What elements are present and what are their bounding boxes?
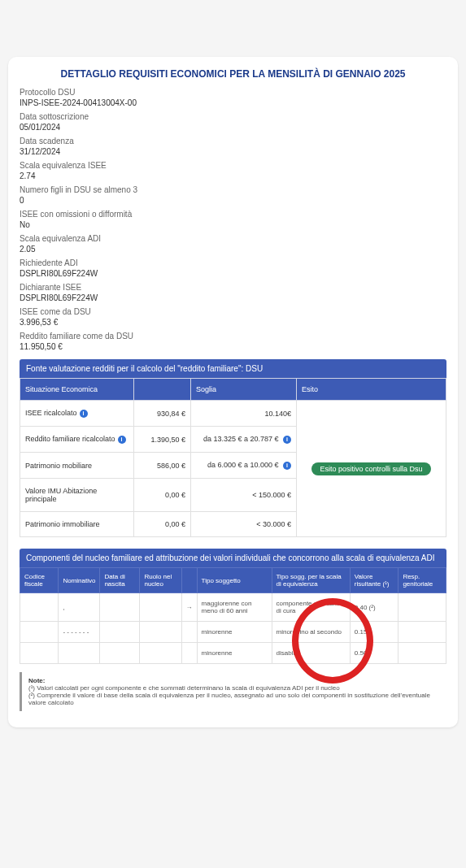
cell-soglia: da 6.000 € a 10.000 € i bbox=[191, 453, 297, 479]
col-header bbox=[181, 568, 197, 593]
col-soglia: Soglia bbox=[191, 379, 297, 401]
page-title: DETTAGLIO REQUISITI ECONOMICI PER LA MEN… bbox=[20, 68, 446, 80]
note-title: Note: bbox=[28, 677, 45, 684]
col-esito: Esito bbox=[297, 379, 446, 401]
field-value: 3.996,53 € bbox=[20, 318, 446, 327]
field-label: ISEE come da DSU bbox=[20, 307, 446, 316]
info-icon[interactable]: i bbox=[80, 410, 88, 418]
cell-name: Patrimonio mobiliare bbox=[20, 453, 134, 479]
field-label: Richiedente ADI bbox=[20, 258, 446, 267]
table-row: ,→maggiorenne con meno di 60 annicompone… bbox=[20, 593, 446, 622]
cell bbox=[140, 622, 181, 643]
cell-soglia: 10.140€ bbox=[191, 401, 297, 427]
field-value: 05/01/2024 bbox=[20, 123, 446, 132]
col-header: Tipo sogg. per la scala di equivalenza bbox=[272, 568, 350, 593]
cell bbox=[398, 622, 446, 643]
cell bbox=[59, 643, 100, 664]
cell bbox=[140, 593, 181, 622]
cell: → bbox=[181, 593, 197, 622]
field-value: DSPLRI80L69F224W bbox=[20, 293, 446, 302]
table-row: - - - - - - -minorenneminore fino al sec… bbox=[20, 622, 446, 643]
cell-name: ISEE ricalcolatoi bbox=[20, 401, 134, 427]
cell: minorenne bbox=[197, 622, 272, 643]
cell: disabile bbox=[272, 643, 350, 664]
household-table: Codice fiscaleNominativoData di nascitaR… bbox=[20, 567, 446, 664]
col-header: Nominativo bbox=[59, 568, 100, 593]
note-1: (¹) Valori calcolati per ogni componente… bbox=[28, 684, 340, 692]
field-value: DSPLRI80L69F224W bbox=[20, 269, 446, 278]
col-header: Data di nascita bbox=[100, 568, 140, 593]
field-value: 31/12/2024 bbox=[20, 147, 446, 156]
col-header: Valore risultante (¹) bbox=[350, 568, 398, 593]
cell-value: 1.390,50 € bbox=[134, 427, 191, 453]
cell bbox=[398, 643, 446, 664]
field-value: No bbox=[20, 220, 446, 229]
esito-badge: Esito positivo controlli sulla Dsu bbox=[311, 462, 430, 475]
field-label: Numero figli in DSU se almeno 3 bbox=[20, 185, 446, 194]
cell-value: 586,00 € bbox=[134, 453, 191, 479]
table2-wrap: Codice fiscaleNominativoData di nascitaR… bbox=[20, 567, 446, 664]
cell bbox=[20, 593, 59, 622]
field-label: Scala equivalenza ISEE bbox=[20, 161, 446, 170]
cell bbox=[181, 622, 197, 643]
cell bbox=[100, 622, 140, 643]
col-header: Ruolo nel nucleo bbox=[140, 568, 181, 593]
field-label: Protocollo DSU bbox=[20, 88, 446, 97]
info-icon[interactable]: i bbox=[118, 436, 126, 444]
cell: 0.15 bbox=[350, 622, 398, 643]
table-row: minorennedisabile0.50 bbox=[20, 643, 446, 664]
cell: maggiorenne con meno di 60 anni bbox=[197, 593, 272, 622]
cell: componente con carico di cura bbox=[272, 593, 350, 622]
economic-table: Situazione Economica Soglia Esito ISEE r… bbox=[20, 378, 446, 537]
cell bbox=[20, 643, 59, 664]
col-value bbox=[134, 379, 191, 401]
field-label: Data scadenza bbox=[20, 137, 446, 145]
table1-header: Fonte valutazione redditi per il calcolo… bbox=[20, 359, 446, 378]
cell bbox=[20, 622, 59, 643]
detail-card: DETTAGLIO REQUISITI ECONOMICI PER LA MEN… bbox=[8, 57, 458, 727]
cell-value: 0,00 € bbox=[134, 512, 191, 537]
field-value: 11.950,50 € bbox=[20, 342, 446, 351]
cell: - - - - - - - bbox=[59, 622, 100, 643]
col-situazione: Situazione Economica bbox=[20, 379, 134, 401]
field-label: Reddito familiare come da DSU bbox=[20, 332, 446, 341]
cell bbox=[398, 593, 446, 622]
field-value: 0 bbox=[20, 196, 446, 205]
note-2: (²) Comprende il valore di base della sc… bbox=[28, 692, 430, 706]
field-label: Data sottoscrizione bbox=[20, 112, 446, 121]
cell bbox=[100, 593, 140, 622]
col-header: Resp. genitoriale bbox=[398, 568, 446, 593]
field-value: 2.74 bbox=[20, 171, 446, 180]
col-header: Codice fiscale bbox=[20, 568, 59, 593]
field-label: Dichiarante ISEE bbox=[20, 283, 446, 292]
cell-soglia: da 13.325 € a 20.787 € i bbox=[191, 427, 297, 453]
cell-soglia: < 150.000 € bbox=[191, 479, 297, 512]
cell-value: 930,84 € bbox=[134, 401, 191, 427]
info-icon[interactable]: i bbox=[283, 462, 291, 470]
cell bbox=[140, 643, 181, 664]
cell: 0.40 (²) bbox=[350, 593, 398, 622]
cell-value: 0,00 € bbox=[134, 479, 191, 512]
cell-soglia: < 30.000 € bbox=[191, 512, 297, 537]
cell-name: Valore IMU Abitazione principale bbox=[20, 479, 134, 512]
cell-esito: Esito positivo controlli sulla Dsu bbox=[297, 401, 446, 537]
note-block: Note: (¹) Valori calcolati per ogni comp… bbox=[20, 672, 446, 711]
cell bbox=[181, 643, 197, 664]
table-row: ISEE ricalcolatoi930,84 €10.140€Esito po… bbox=[20, 401, 446, 427]
cell: minorenne bbox=[197, 643, 272, 664]
cell bbox=[100, 643, 140, 664]
col-header: Tipo soggetto bbox=[197, 568, 272, 593]
field-label: ISEE con omissioni o difformità bbox=[20, 210, 446, 219]
info-icon[interactable]: i bbox=[283, 436, 291, 444]
cell-name: Patrimonio immobiliare bbox=[20, 512, 134, 537]
field-value: 2.05 bbox=[20, 245, 446, 254]
cell: 0.50 bbox=[350, 643, 398, 664]
field-label: Scala equivalenza ADI bbox=[20, 234, 446, 243]
cell: , bbox=[59, 593, 100, 622]
cell: minore fino al secondo bbox=[272, 622, 350, 643]
field-value: INPS-ISEE-2024-00413004X-00 bbox=[20, 98, 446, 107]
cell-name: Reddito familiare ricalcolatoi bbox=[20, 427, 134, 453]
table2-header: Componenti del nucleo familiare ed attri… bbox=[20, 549, 446, 567]
fields-block: Protocollo DSUINPS-ISEE-2024-00413004X-0… bbox=[20, 88, 446, 351]
